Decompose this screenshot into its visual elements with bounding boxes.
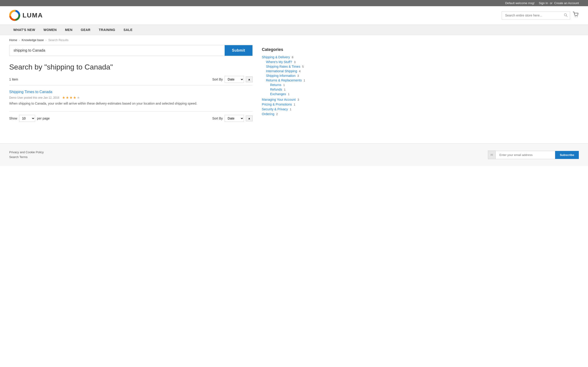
footer-links: Privacy and Cookie Policy Search Terms [9, 150, 44, 159]
star-5: ★ [77, 95, 80, 100]
sort-label-top: Sort By [212, 77, 223, 81]
cat-count-shipping-info: 3 [297, 74, 299, 77]
cat-link-wheres-my-stuff[interactable]: Where's My Stuff? [266, 60, 292, 64]
sidebar-cat-ordering: Ordering 2 [262, 112, 312, 116]
per-page-label: per page [37, 117, 50, 120]
cat-count-security: 1 [290, 108, 291, 111]
create-account-link[interactable]: Create an Account [554, 1, 579, 5]
submit-button[interactable]: Submit [225, 45, 252, 56]
cat-count-pricing: 1 [294, 103, 295, 106]
cat-count-returns: 1 [283, 83, 285, 87]
breadcrumb-sep-1: › [19, 39, 20, 42]
footer-search-terms-link[interactable]: Search Terms [9, 155, 44, 159]
footer-privacy-link[interactable]: Privacy and Cookie Policy [9, 150, 44, 154]
cat-count-shipping-delivery: 8 [292, 56, 293, 59]
result-item: Shipping Times to Canada Demo User poste… [9, 90, 253, 106]
nav-bar: What's New Women Men Gear Training Sale [0, 25, 588, 35]
content-area: shipping to Canada Submit Search by "shi… [9, 45, 253, 125]
breadcrumb: Home › Knowledge base › Search Results [0, 35, 588, 45]
show-select[interactable]: 10 [19, 115, 35, 122]
result-author-date: Demo User posted this one Jan 12, 2016 [9, 96, 59, 99]
sidebar-subcat-international: International Shipping 4 [266, 69, 312, 73]
sidebar-subcat-wheres-my-stuff: Where's My Stuff? 3 [266, 60, 312, 64]
cat-count-exchanges: 1 [288, 92, 289, 96]
sidebar-subsubcat-exchanges: Exchanges 1 [270, 92, 312, 96]
nav-sale[interactable]: Sale [120, 25, 137, 35]
nav-training[interactable]: Training [95, 25, 120, 35]
sidebar-subcat-shipping-info: Shipping Information 3 [266, 74, 312, 77]
luma-logo-icon [9, 10, 20, 21]
breadcrumb-sep-2: › [46, 39, 47, 42]
header-search-box [502, 11, 570, 20]
cat-link-international[interactable]: International Shipping [266, 69, 297, 73]
sort-area-bottom: Sort By Date ▲ [212, 115, 253, 122]
star-3: ★ [69, 95, 73, 100]
signin-link[interactable]: Sign In [539, 1, 548, 5]
sidebar-subsubcat-returns: Returns 1 [270, 83, 312, 87]
sidebar-cat-shipping-delivery: Shipping & Delivery 8 [262, 55, 312, 59]
header-search-input[interactable] [502, 12, 562, 19]
search-heading: Search by "shipping to Canada" [9, 63, 253, 71]
cat-link-shipping-info[interactable]: Shipping Information [266, 74, 295, 77]
nav-gear[interactable]: Gear [77, 25, 95, 35]
result-title-link[interactable]: Shipping Times to Canada [9, 90, 253, 94]
main-container: shipping to Canada Submit Search by "shi… [0, 45, 321, 134]
cat-link-pricing[interactable]: Pricing & Promotions [262, 102, 292, 106]
sidebar-subsubcat-refunds: Refunds 1 [270, 88, 312, 91]
cat-link-refunds[interactable]: Refunds [270, 88, 282, 91]
search-form: shipping to Canada Submit [9, 45, 253, 56]
cat-link-exchanges[interactable]: Exchanges [270, 92, 286, 96]
cat-link-security[interactable]: Security & Privacy [262, 107, 288, 111]
star-2: ★ [66, 95, 69, 100]
sort-area-top: Sort By Date ▲ [212, 76, 253, 83]
cat-link-managing-account[interactable]: Managing Your Account [262, 98, 296, 101]
header: LUMA [0, 6, 588, 25]
search-input[interactable]: shipping to Canada [9, 45, 225, 56]
sort-arrow-top[interactable]: ▲ [246, 76, 253, 82]
breadcrumb-current: Search Results [48, 38, 69, 42]
breadcrumb-home[interactable]: Home [9, 38, 17, 42]
sort-select-top[interactable]: Date [225, 76, 244, 83]
sidebar-subcat-returns-replacements: Returns & Replacements 1 [266, 78, 312, 82]
results-top-bar: 1 Item Sort By Date ▲ [9, 76, 253, 85]
nav-women[interactable]: Women [39, 25, 61, 35]
cat-count-returns-replacements: 1 [304, 79, 305, 82]
cat-count-managing-account: 3 [297, 98, 299, 101]
cat-link-returns-replacements[interactable]: Returns & Replacements [266, 78, 302, 82]
logo-area: LUMA [9, 10, 43, 21]
svg-line-2 [566, 16, 568, 17]
cart-icon[interactable] [573, 12, 579, 19]
breadcrumb-knowledge-base[interactable]: Knowledge base [22, 38, 44, 42]
cat-count-refunds: 1 [284, 88, 285, 91]
footer: Privacy and Cookie Policy Search Terms ✉… [0, 143, 588, 166]
results-count: 1 Item [9, 77, 18, 81]
sidebar: Categories Shipping & Delivery 8 Where's… [262, 45, 312, 125]
cat-count-wheres-my-stuff: 3 [294, 60, 296, 64]
top-bar: Default welcome msg! Sign In or Create a… [0, 0, 588, 6]
header-search-button[interactable] [562, 11, 570, 19]
sidebar-cat-pricing: Pricing & Promotions 1 [262, 102, 312, 106]
sort-arrow-bottom[interactable]: ▲ [246, 115, 253, 121]
result-meta: Demo User posted this one Jan 12, 2016 ★… [9, 95, 253, 100]
sidebar-cat-managing-account: Managing Your Account 3 [262, 98, 312, 101]
sort-label-bottom: Sort By [212, 117, 223, 120]
cat-link-returns[interactable]: Returns [270, 83, 281, 87]
cat-link-shipping-delivery[interactable]: Shipping & Delivery [262, 55, 290, 59]
subscribe-email-input[interactable] [495, 151, 555, 159]
nav-whats-new[interactable]: What's New [9, 25, 39, 35]
subscribe-button[interactable]: Subscribe [555, 151, 579, 159]
svg-point-3 [575, 16, 576, 17]
header-right [502, 11, 579, 20]
footer-subscribe: ✉ Subscribe [488, 150, 579, 159]
sidebar-cat-security: Security & Privacy 1 [262, 107, 312, 111]
cat-count-shipping-rates: 5 [302, 65, 304, 68]
sort-select-bottom[interactable]: Date [225, 115, 244, 122]
logo-text: LUMA [23, 12, 43, 19]
results-bottom-bar: Show 10 per page Sort By Date ▲ [9, 111, 253, 125]
result-description: When shipping to Canada, your order will… [9, 101, 253, 106]
star-1: ★ [62, 95, 65, 100]
cat-link-ordering[interactable]: Ordering [262, 112, 274, 116]
cat-count-international: 4 [299, 69, 300, 73]
cat-link-shipping-rates[interactable]: Shipping Rates & Times [266, 65, 300, 68]
nav-men[interactable]: Men [61, 25, 77, 35]
